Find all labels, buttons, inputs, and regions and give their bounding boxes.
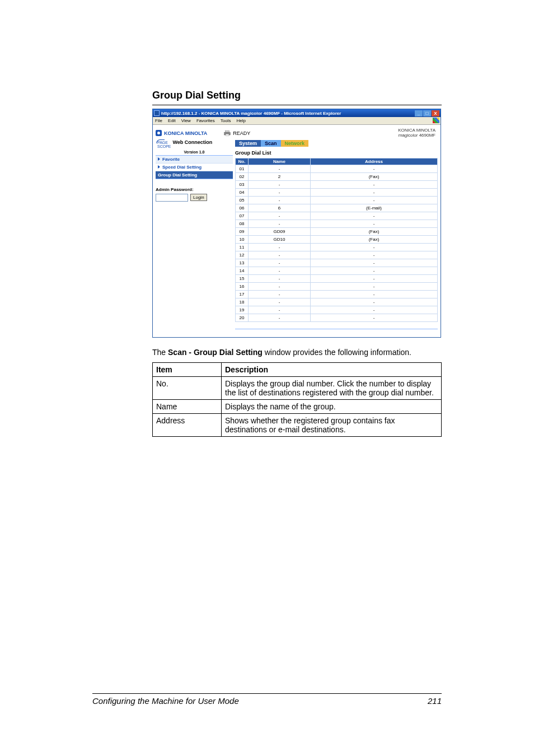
right-brand-line1: KONICA MINOLTA — [398, 128, 435, 133]
cell-name: - — [249, 259, 311, 267]
table-row: 15-- — [236, 274, 438, 282]
desc-th-description: Description — [222, 362, 442, 376]
table-row: 04-- — [236, 188, 438, 196]
cell-no[interactable]: 04 — [236, 188, 249, 196]
menu-tools[interactable]: Tools — [221, 118, 231, 123]
cell-address: - — [311, 290, 438, 298]
end-rule — [235, 329, 438, 329]
table-row: 20-- — [236, 314, 438, 321]
ie-window: http://192.168.1.2 - KONICA MINOLTA magi… — [152, 109, 441, 338]
desc-text: Displays the group dial number. Click th… — [222, 376, 442, 399]
cell-name: 2 — [249, 172, 311, 180]
footer-page-number: 211 — [428, 696, 442, 706]
printer-icon — [224, 130, 231, 137]
table-row: 12-- — [236, 251, 438, 259]
maximize-button[interactable]: □ — [423, 110, 431, 116]
table-row: 13-- — [236, 259, 438, 267]
cell-no[interactable]: 15 — [236, 274, 249, 282]
admin-password-input[interactable] — [156, 194, 188, 202]
cell-address: - — [311, 220, 438, 227]
cell-no[interactable]: 10 — [236, 235, 249, 243]
menu-view[interactable]: View — [181, 118, 191, 123]
cell-address: (Fax) — [311, 172, 438, 180]
windows-logo-icon — [433, 118, 439, 123]
right-brand-line2: magicolor 4690MF — [399, 133, 435, 138]
close-button[interactable]: X — [432, 110, 439, 116]
nav-arrow-icon — [158, 157, 160, 161]
ie-app-icon — [154, 110, 160, 116]
cell-name: - — [249, 290, 311, 298]
section-heading: Group Dial Setting — [152, 90, 442, 101]
heading-rule — [152, 105, 442, 105]
nav-arrow-icon — [158, 165, 160, 169]
cell-no[interactable]: 12 — [236, 251, 249, 259]
cell-no[interactable]: 02 — [236, 172, 249, 180]
tab-network[interactable]: Network — [281, 140, 309, 147]
cell-no[interactable]: 11 — [236, 243, 249, 251]
cell-name: - — [249, 212, 311, 220]
cell-name: GD09 — [249, 227, 311, 235]
menu-favorites[interactable]: Favorites — [196, 118, 215, 123]
cell-address: - — [311, 267, 438, 274]
nav-favorite-label: Favorite — [162, 157, 180, 162]
menu-file[interactable]: File — [155, 118, 162, 123]
th-no: No. — [236, 158, 249, 165]
cell-no[interactable]: 08 — [236, 220, 249, 227]
cell-name: - — [249, 314, 311, 321]
cell-no[interactable]: 14 — [236, 267, 249, 274]
table-row: 19-- — [236, 306, 438, 314]
cell-no[interactable]: 18 — [236, 298, 249, 306]
login-button[interactable]: Login — [190, 194, 207, 201]
desc-row: Address Shows whether the registered gro… — [153, 413, 442, 436]
cell-name: - — [249, 196, 311, 204]
tab-system[interactable]: System — [235, 140, 261, 147]
nav-speed-dial[interactable]: Speed Dial Setting — [156, 164, 233, 171]
cell-address: (Fax) — [311, 235, 438, 243]
description-table: Item Description No. Displays the group … — [152, 362, 442, 437]
nav-favorite[interactable]: Favorite — [156, 156, 233, 164]
cell-name: - — [249, 251, 311, 259]
cell-no[interactable]: 13 — [236, 259, 249, 267]
tab-scan[interactable]: Scan — [261, 140, 281, 147]
cell-name: - — [249, 180, 311, 188]
cell-no[interactable]: 01 — [236, 165, 249, 172]
cell-no[interactable]: 05 — [236, 196, 249, 204]
cell-address: - — [311, 165, 438, 172]
cell-no[interactable]: 16 — [236, 282, 249, 290]
cell-address: - — [311, 282, 438, 290]
nav-group-dial[interactable]: Group Dial Setting — [156, 171, 233, 179]
cell-name: - — [249, 306, 311, 314]
th-name: Name — [249, 158, 311, 165]
th-address: Address — [311, 158, 438, 165]
content-title: Group Dial List — [235, 148, 438, 158]
table-row: 17-- — [236, 290, 438, 298]
svg-rect-2 — [226, 134, 229, 136]
cell-no[interactable]: 19 — [236, 306, 249, 314]
desc-text: Displays the name of the group. — [222, 399, 442, 413]
minimize-button[interactable]: _ — [415, 110, 423, 116]
cell-address: - — [311, 298, 438, 306]
ie-titlebar: http://192.168.1.2 - KONICA MINOLTA magi… — [153, 109, 441, 117]
km-logo-icon — [156, 130, 162, 136]
cell-no[interactable]: 17 — [236, 290, 249, 298]
cell-no[interactable]: 20 — [236, 314, 249, 321]
table-row: 14-- — [236, 267, 438, 274]
table-row: 08-- — [236, 220, 438, 227]
cell-name: - — [249, 220, 311, 227]
cell-no[interactable]: 06 — [236, 204, 249, 212]
cell-no[interactable]: 03 — [236, 180, 249, 188]
menu-edit[interactable]: Edit — [168, 118, 176, 123]
cell-no[interactable]: 09 — [236, 227, 249, 235]
desc-row: Name Displays the name of the group. — [153, 399, 442, 413]
cell-address: - — [311, 306, 438, 314]
cell-address: - — [311, 196, 438, 204]
table-row: 05-- — [236, 196, 438, 204]
cell-no[interactable]: 07 — [236, 212, 249, 220]
menu-help[interactable]: Help — [236, 118, 245, 123]
pagescope-label: Web Connection — [173, 139, 213, 145]
table-row: 10GD10(Fax) — [236, 235, 438, 243]
group-dial-tbody: 01--022(Fax)03--04--05--066(E-mail)07--0… — [236, 165, 438, 321]
cell-address: - — [311, 274, 438, 282]
cell-address: - — [311, 314, 438, 321]
cell-address: (Fax) — [311, 227, 438, 235]
